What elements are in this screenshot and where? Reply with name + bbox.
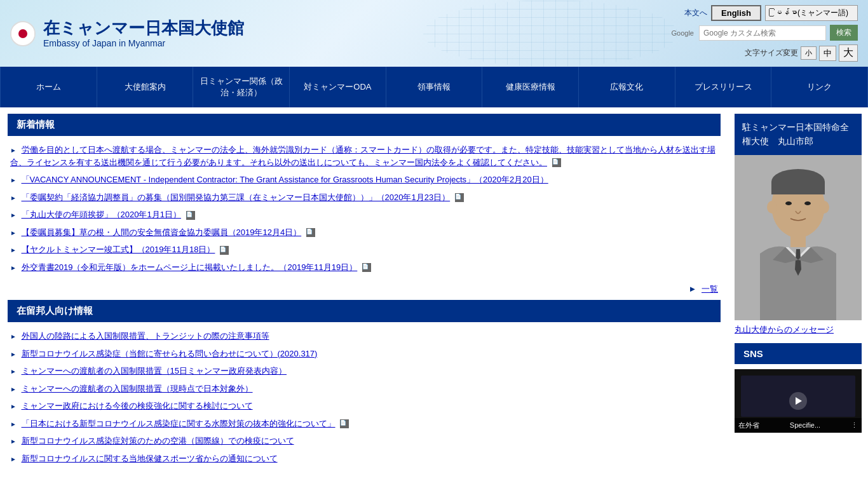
doc-icon: 📄 bbox=[220, 246, 229, 255]
news-link[interactable]: 【ヤクルトミャンマー竣工式】（2019年11月18日） bbox=[22, 245, 215, 254]
residents-link[interactable]: ミャンマー政府における今後の検疫強化に関する検討について bbox=[22, 401, 253, 410]
bullet-arrow: ► bbox=[10, 351, 17, 358]
nav-item-2[interactable]: 日ミャンマー関係（政治・経済） bbox=[193, 67, 290, 107]
news-link[interactable]: 「丸山大使の年頭挨拶」（2020年1月1日） bbox=[22, 210, 181, 219]
main-nav: ホーム大使館案内日ミャンマー関係（政治・経済）対ミャンマーODA領事情報健康医療… bbox=[0, 67, 868, 107]
list-item: ► 【委嘱員募集】草の根・人間の安全無償資金協力委嘱員（2019年12月4日） … bbox=[10, 226, 718, 239]
honbun-link[interactable]: 本文へ bbox=[684, 8, 707, 18]
svg-point-5 bbox=[819, 201, 829, 214]
list-item: ► 新型コロナウイルス感染症対策のための空港（国際線）での検疫について bbox=[10, 435, 718, 447]
residents-list: ► 外国人の陸路による入国制限措置、トランジットの際の注意事項等 ► 新型コロナ… bbox=[8, 330, 721, 464]
residents-section: 在留邦人向け情報 ► 外国人の陸路による入国制限措置、トランジットの際の注意事項… bbox=[8, 300, 721, 464]
font-large-button[interactable]: 大 bbox=[839, 44, 858, 62]
lang-english-button[interactable]: English bbox=[711, 5, 761, 21]
svg-rect-8 bbox=[790, 234, 806, 247]
list-item: ► 新型コロナウイルス感染症（当館に寄せられる問い合わせについて）(2020.3… bbox=[10, 348, 718, 360]
nav-item-0[interactable]: ホーム bbox=[0, 67, 97, 107]
lang-myanmar-button[interactable]: မြန်မာ(ミャンマー語) bbox=[765, 5, 858, 21]
news-link[interactable]: 「委嘱契約「経済協力調整員」の募集（国別開発協力第三課（在ミャンマー日本国大使館… bbox=[22, 193, 451, 202]
bullet-arrow: ► bbox=[10, 247, 17, 254]
svg-rect-3 bbox=[771, 182, 825, 194]
residents-link[interactable]: ミャンマーへの渡航者の入国制限措置（15日ミャンマー政府発表内容） bbox=[22, 366, 287, 376]
header-left: 在ミャンマー日本国大使館 Embassy of Japan in Myanmar bbox=[10, 18, 244, 48]
site-title-jp: 在ミャンマー日本国大使館 bbox=[43, 18, 244, 38]
news-link[interactable]: 「VACANCY ANNOUNCEMENT - Independent Cont… bbox=[22, 175, 548, 184]
ambassador-photo-svg bbox=[735, 155, 862, 320]
sns-video-overlay: 在外省 Specifie... ⋮ bbox=[735, 418, 862, 433]
list-item: ► 外交青書2019（令和元年版）をホームページ上に掲載いたしました。（2019… bbox=[10, 261, 718, 274]
site-title-block: 在ミャンマー日本国大使館 Embassy of Japan in Myanmar bbox=[43, 18, 244, 48]
lang-row: 本文へ English မြန်မာ(ミャンマー語) bbox=[684, 5, 858, 21]
list-item: ► 「日本における新型コロナウイルス感染症に関する水際対策の抜本的強化について」… bbox=[10, 417, 718, 430]
bullet-arrow: ► bbox=[10, 333, 17, 340]
nav-item-7[interactable]: プレスリリース bbox=[675, 67, 772, 107]
ambassador-section: 駐ミャンマー日本国特命全権大使 丸山市郎 bbox=[735, 114, 862, 336]
ambassador-name-box: 駐ミャンマー日本国特命全権大使 丸山市郎 bbox=[735, 114, 862, 155]
residents-section-header: 在留邦人向け情報 bbox=[8, 300, 721, 322]
font-size-label: 文字サイズ変更 bbox=[745, 48, 798, 58]
bullet-arrow: ► bbox=[10, 438, 17, 445]
residents-link[interactable]: 「日本における新型コロナウイルス感染症に関する水際対策の抜本的強化について」 bbox=[22, 419, 336, 428]
sns-section: SNS ▶ 在外省 Specifie... ⋮ bbox=[735, 343, 862, 433]
more-link[interactable]: 一覧 bbox=[702, 284, 718, 294]
play-triangle bbox=[796, 397, 802, 405]
play-icon[interactable] bbox=[789, 392, 807, 410]
more-options-icon[interactable]: ⋮ bbox=[851, 421, 858, 430]
font-medium-button[interactable]: 中 bbox=[819, 46, 836, 61]
svg-point-4 bbox=[767, 201, 777, 214]
residents-link[interactable]: 外国人の陸路による入国制限措置、トランジットの際の注意事項等 bbox=[22, 331, 269, 341]
list-item: ► 「VACANCY ANNOUNCEMENT - Independent Co… bbox=[10, 173, 718, 186]
bullet-arrow: ► bbox=[10, 264, 17, 271]
more-arrow-icon: ► bbox=[689, 284, 697, 294]
google-label: Google bbox=[672, 29, 694, 37]
bullet-arrow: ► bbox=[10, 177, 17, 184]
doc-icon: 📄 bbox=[306, 228, 315, 237]
bullet-arrow: ► bbox=[10, 421, 17, 428]
search-button[interactable]: 検索 bbox=[830, 25, 858, 41]
nav-item-4[interactable]: 領事情報 bbox=[386, 67, 483, 107]
doc-icon: 📄 bbox=[186, 211, 195, 220]
bullet-arrow: ► bbox=[10, 456, 17, 463]
list-item: ► 外国人の陸路による入国制限措置、トランジットの際の注意事項等 bbox=[10, 330, 718, 342]
nav-item-3[interactable]: 対ミャンマーODA bbox=[290, 67, 386, 107]
list-item: ► ミャンマーへの渡航者の入国制限措置（15日ミャンマー政府発表内容） bbox=[10, 365, 718, 377]
header-right: 本文へ English မြန်မာ(ミャンマー語) Google 検索 文字サ… bbox=[672, 5, 858, 62]
bullet-arrow: ► bbox=[10, 368, 17, 375]
sns-section-header: SNS bbox=[735, 343, 862, 364]
bullet-arrow: ► bbox=[10, 194, 17, 201]
font-small-button[interactable]: 小 bbox=[801, 46, 817, 60]
sns-video-thumbnail[interactable]: ▶ 在外省 Specifie... ⋮ bbox=[735, 369, 862, 433]
news-list: ► 労働を目的として日本へ渡航する場合、ミャンマーの法令上、海外就労識別カード（… bbox=[8, 144, 721, 273]
header: 在ミャンマー日本国大使館 Embassy of Japan in Myanmar… bbox=[0, 0, 868, 67]
news-link[interactable]: 労働を目的として日本へ渡航する場合、ミャンマーの法令上、海外就労識別カード（通称… bbox=[10, 145, 715, 167]
svg-point-7 bbox=[804, 201, 811, 205]
svg-point-6 bbox=[785, 201, 792, 205]
doc-icon: 📄 bbox=[362, 263, 371, 272]
font-size-row: 文字サイズ変更 小 中 大 bbox=[745, 44, 858, 62]
sidebar: 駐ミャンマー日本国特命全権大使 丸山市郎 bbox=[728, 107, 868, 476]
nav-item-1[interactable]: 大使館案内 bbox=[97, 67, 194, 107]
news-link[interactable]: 【委嘱員募集】草の根・人間の安全無償資金協力委嘱員（2019年12月4日） bbox=[22, 227, 302, 237]
news-section: 新着情報 ► 労働を目的として日本へ渡航する場合、ミャンマーの法令上、海外就労識… bbox=[8, 114, 721, 300]
residents-link[interactable]: 新型コロナウイルスに関する当地保健スポーツ省からの通知について bbox=[22, 454, 278, 463]
news-link[interactable]: 外交青書2019（令和元年版）をホームページ上に掲載いたしました。（2019年1… bbox=[22, 262, 358, 272]
site-title-en: Embassy of Japan in Myanmar bbox=[43, 38, 244, 48]
list-item: ► ミャンマーへの渡航者の入国制限措置（現時点で日本対象外） bbox=[10, 383, 718, 395]
bullet-arrow: ► bbox=[10, 212, 17, 219]
video-label: Specifie... bbox=[790, 421, 820, 429]
nav-item-6[interactable]: 広報文化 bbox=[579, 67, 675, 107]
residents-link[interactable]: ミャンマーへの渡航者の入国制限措置（現時点で日本対象外） bbox=[22, 384, 253, 393]
bullet-arrow: ► bbox=[10, 386, 17, 393]
ambassador-message-link[interactable]: 丸山大使からのメッセージ bbox=[735, 324, 862, 336]
residents-link[interactable]: 新型コロナウイルス感染症（当館に寄せられる問い合わせについて）(2020.317… bbox=[22, 349, 318, 358]
main-area: 新着情報 ► 労働を目的として日本へ渡航する場合、ミャンマーの法令上、海外就労識… bbox=[0, 107, 868, 476]
list-item: ► 新型コロナウイルスに関する当地保健スポーツ省からの通知について bbox=[10, 452, 718, 465]
doc-icon: 📄 bbox=[455, 193, 464, 202]
nav-item-5[interactable]: 健康医療情報 bbox=[482, 67, 579, 107]
search-input[interactable] bbox=[699, 25, 826, 41]
nav-item-8[interactable]: リンク bbox=[771, 67, 868, 107]
zaigai-label: 在外省 bbox=[738, 421, 759, 430]
list-item: ► 「丸山大使の年頭挨拶」（2020年1月1日） 📄 bbox=[10, 208, 718, 221]
list-item: ► 【ヤクルトミャンマー竣工式】（2019年11月18日） 📄 bbox=[10, 243, 718, 256]
residents-link[interactable]: 新型コロナウイルス感染症対策のための空港（国際線）での検疫について bbox=[22, 436, 294, 445]
